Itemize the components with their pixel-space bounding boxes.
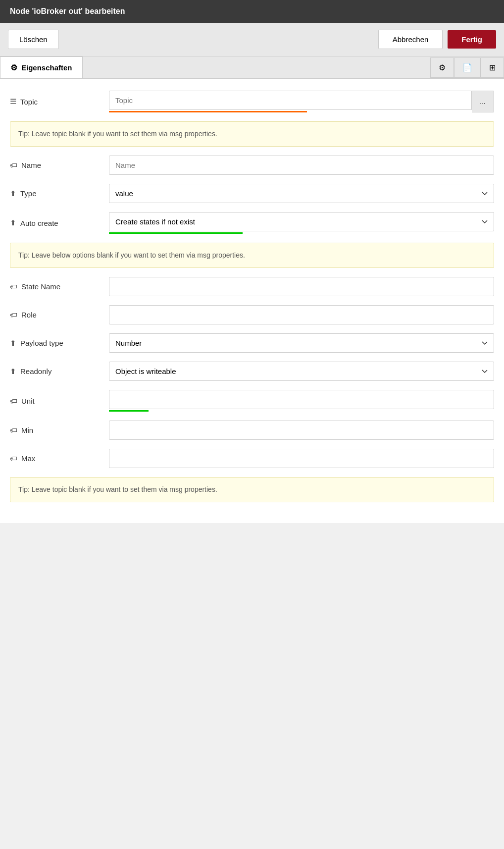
payload-type-control: Number String Boolean JSON [109,333,494,353]
tab-properties[interactable]: ⚙ Eigenschaften [0,56,83,78]
auto-create-green-underline [109,232,243,234]
readonly-icon: ⬆ [10,367,16,376]
min-icon: 🏷 [10,426,17,434]
title-text: Node 'ioBroker out' bearbeiten [10,7,125,15]
state-name-icon: 🏷 [10,282,17,291]
done-button[interactable]: Fertig [448,30,496,49]
delete-button[interactable]: Löschen [8,30,59,49]
role-row: 🏷 Role [10,305,494,324]
cancel-button[interactable]: Abbrechen [378,30,443,49]
type-icon: ⬆ [10,189,16,198]
tip-box-3: Tip: Leave topic blank if you want to se… [10,477,494,502]
tab-properties-label: Eigenschaften [21,63,72,72]
max-label: 🏷 Max [10,454,109,463]
auto-create-select-wrapper: Create states if not exist Never Always [109,212,494,234]
role-input[interactable] [109,305,494,324]
max-control [109,449,494,468]
topic-browse-button[interactable]: ... [472,91,494,112]
max-row: 🏷 Max [10,449,494,468]
role-control [109,305,494,324]
unit-label: 🏷 Unit [10,397,109,405]
auto-create-row: ⬆ Auto create Create states if not exist… [10,212,494,234]
role-icon: 🏷 [10,311,17,319]
state-name-control [109,277,494,296]
auto-create-label: ⬆ Auto create [10,218,109,227]
topic-input[interactable] [109,91,472,110]
min-input[interactable] [109,421,494,440]
role-label: 🏷 Role [10,311,109,319]
type-row: ⬆ Type value state object [10,184,494,203]
unit-icon: 🏷 [10,397,17,405]
tab-action-grid[interactable]: ⊞ [481,57,504,78]
readonly-row: ⬆ Readonly Object is writeable Object is… [10,362,494,381]
title-bar: Node 'ioBroker out' bearbeiten [0,0,504,23]
name-control [109,156,494,175]
readonly-control: Object is writeable Object is readonly [109,362,494,381]
min-control [109,421,494,440]
tab-action-doc[interactable]: 📄 [454,57,481,78]
payload-type-label: ⬆ Payload type [10,339,109,348]
name-icon: 🏷 [10,161,17,169]
name-input[interactable] [109,156,494,175]
unit-row: 🏷 Unit € [10,390,494,412]
payload-type-row: ⬆ Payload type Number String Boolean JSO… [10,333,494,353]
readonly-label: ⬆ Readonly [10,367,109,376]
name-row: 🏷 Name [10,156,494,175]
min-row: 🏷 Min [10,421,494,440]
payload-type-select[interactable]: Number String Boolean JSON [109,333,494,353]
auto-create-select[interactable]: Create states if not exist Never Always [109,212,494,231]
tab-action-gear[interactable]: ⚙ [430,57,454,78]
toolbar: Löschen Abbrechen Fertig [0,23,504,56]
topic-control: ... [109,91,494,112]
type-label: ⬆ Type [10,189,109,198]
state-name-label: 🏷 State Name [10,282,109,291]
auto-create-control: Create states if not exist Never Always [109,212,494,234]
unit-input[interactable]: € [109,390,494,409]
topic-orange-underline [109,111,307,112]
tabs-bar: ⚙ Eigenschaften ⚙ 📄 ⊞ [0,56,504,79]
unit-control: € [109,390,494,412]
unit-green-underline [109,410,149,412]
topic-input-group: ... [109,91,494,112]
topic-row: ☰ Topic ... [10,91,494,112]
tip-box-1: Tip: Leave topic blank if you want to se… [10,121,494,147]
max-input[interactable] [109,449,494,468]
tab-action-buttons: ⚙ 📄 ⊞ [430,57,504,78]
type-control: value state object [109,184,494,203]
topic-icon: ☰ [10,97,16,106]
topic-label: ☰ Topic [10,97,109,106]
tip-box-2: Tip: Leave below options blank if you wa… [10,243,494,268]
form-content: ☰ Topic ... Tip: Leave topic blank if yo… [0,79,504,523]
max-icon: 🏷 [10,454,17,463]
min-label: 🏷 Min [10,426,109,434]
name-label: 🏷 Name [10,161,109,169]
type-select[interactable]: value state object [109,184,494,203]
auto-create-icon: ⬆ [10,218,16,227]
unit-input-wrapper: € [109,390,494,412]
state-name-input[interactable] [109,277,494,296]
payload-type-icon: ⬆ [10,339,16,348]
state-name-row: 🏷 State Name [10,277,494,296]
gear-icon: ⚙ [10,63,17,72]
readonly-select[interactable]: Object is writeable Object is readonly [109,362,494,381]
